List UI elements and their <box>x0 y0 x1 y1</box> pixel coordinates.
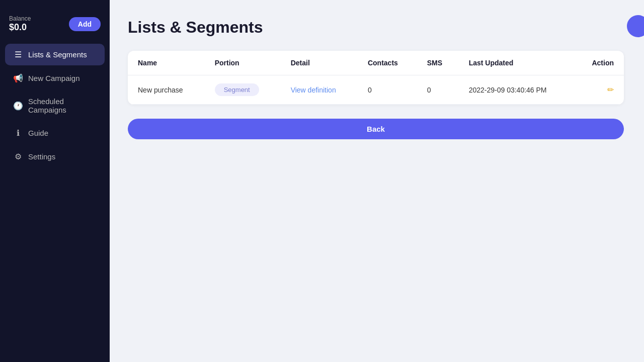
add-balance-button[interactable]: Add <box>69 17 101 31</box>
page-title: Lists & Segments <box>128 18 263 37</box>
col-last-updated: Last Updated <box>459 51 575 75</box>
col-action: Action <box>574 51 624 75</box>
lists-segments-table: Name Portion Detail Contacts SMS Last Up… <box>128 51 624 105</box>
segment-badge: Segment <box>215 83 259 96</box>
sidebar-item-lists-segments[interactable]: ☰ Lists & Segments <box>5 44 105 65</box>
sidebar-item-label: Scheduled Campaigns <box>28 97 97 114</box>
cell-detail: View definition <box>281 75 358 105</box>
settings-icon: ⚙ <box>13 152 23 161</box>
sidebar-item-guide[interactable]: ℹ Guide <box>5 122 105 144</box>
avatar <box>627 15 644 37</box>
sidebar-item-settings[interactable]: ⚙ Settings <box>5 146 105 167</box>
header-row: Lists & Segments <box>128 18 624 37</box>
table-body: New purchase Segment View definition 0 0… <box>128 75 624 105</box>
col-detail: Detail <box>281 51 358 75</box>
balance-amount: $0.0 <box>9 22 31 33</box>
table-row: New purchase Segment View definition 0 0… <box>128 75 624 105</box>
sidebar: Balance $0.0 Add ☰ Lists & Segments 📢 Ne… <box>0 0 110 362</box>
sidebar-item-label: Guide <box>28 129 48 137</box>
table-header: Name Portion Detail Contacts SMS Last Up… <box>128 51 624 75</box>
back-button[interactable]: Back <box>128 119 624 139</box>
balance-label: Balance <box>9 15 31 22</box>
cell-portion: Segment <box>205 75 281 105</box>
sidebar-item-new-campaign[interactable]: 📢 New Campaign <box>5 67 105 89</box>
col-contacts: Contacts <box>358 51 417 75</box>
sidebar-item-scheduled-campaigns[interactable]: 🕐 Scheduled Campaigns <box>5 91 105 120</box>
cell-last-updated: 2022-29-09 03:40:46 PM <box>459 75 575 105</box>
sidebar-item-label: Lists & Segments <box>28 50 87 59</box>
balance-section: Balance $0.0 Add <box>0 10 110 43</box>
balance-info: Balance $0.0 <box>9 15 31 33</box>
cell-contacts: 0 <box>358 75 417 105</box>
col-name: Name <box>128 51 205 75</box>
col-portion: Portion <box>205 51 281 75</box>
cell-action: ✏ <box>574 75 624 105</box>
edit-icon[interactable]: ✏ <box>607 85 614 94</box>
main-content: Lists & Segments Name Portion Detail Con… <box>110 0 644 362</box>
sidebar-item-label: New Campaign <box>28 74 80 82</box>
sidebar-item-label: Settings <box>28 152 55 161</box>
cell-sms: 0 <box>417 75 459 105</box>
view-definition-link[interactable]: View definition <box>291 86 336 94</box>
lists-segments-icon: ☰ <box>13 50 23 59</box>
guide-icon: ℹ <box>13 128 23 138</box>
col-sms: SMS <box>417 51 459 75</box>
new-campaign-icon: 📢 <box>13 73 23 83</box>
table: Name Portion Detail Contacts SMS Last Up… <box>128 51 624 105</box>
cell-name: New purchase <box>128 75 205 105</box>
scheduled-campaigns-icon: 🕐 <box>13 101 23 111</box>
